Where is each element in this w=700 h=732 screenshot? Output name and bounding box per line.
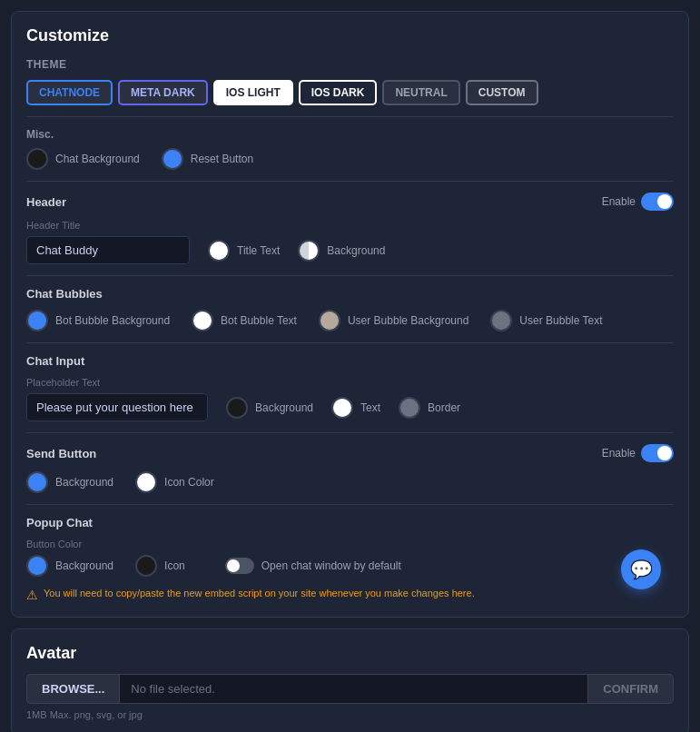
theme-btn-ios-light[interactable]: IOS LIGHT: [213, 80, 293, 105]
theme-btn-neutral[interactable]: NEUTRAL: [382, 80, 459, 105]
popup-bg-color[interactable]: [26, 555, 48, 577]
popup-bg-label: Background: [55, 559, 113, 572]
popup-chat-options-row: Background Icon Open chat window by defa…: [26, 555, 674, 577]
bot-bubble-bg-label: Bot Bubble Background: [55, 314, 170, 327]
open-chat-toggle[interactable]: [225, 558, 254, 574]
bot-bubble-text-color[interactable]: [192, 310, 213, 331]
header-label: Header: [26, 195, 66, 209]
placeholder-label: Placeholder Text: [26, 377, 674, 388]
user-bubble-text-swatch[interactable]: User Bubble Text: [490, 310, 602, 331]
chat-input-text-color[interactable]: [331, 397, 353, 419]
send-button-bg-color[interactable]: [26, 471, 48, 493]
theme-btn-chatnode[interactable]: CHATNODE: [26, 80, 113, 105]
user-bubble-text-label: User Bubble Text: [519, 314, 602, 327]
warning-text: You will need to copy/paste the new embe…: [44, 588, 475, 598]
title-text-swatch[interactable]: Title Text: [208, 240, 280, 262]
header-enable-toggle[interactable]: [641, 193, 674, 211]
misc-label: Misc.: [26, 128, 674, 141]
user-bubble-bg-swatch[interactable]: User Bubble Background: [319, 310, 468, 331]
title-text-color[interactable]: [208, 240, 230, 262]
theme-btn-meta-dark[interactable]: META DARK: [118, 80, 208, 105]
popup-icon-label: Icon: [164, 559, 185, 572]
header-background-color[interactable]: [298, 240, 320, 262]
chat-input-bg-swatch[interactable]: Background: [226, 397, 313, 419]
page-title: Customize: [26, 26, 674, 45]
header-background-label: Background: [327, 244, 385, 257]
popup-chat-label: Popup Chat: [26, 516, 674, 529]
send-button-icon-swatch[interactable]: Icon Color: [135, 471, 214, 493]
theme-btn-custom[interactable]: CUSTOM: [466, 80, 538, 105]
browse-button[interactable]: BROWSE...: [26, 674, 119, 704]
chat-background-label: Chat Background: [55, 153, 140, 165]
file-name-display: No file selected.: [119, 674, 587, 704]
bot-bubble-text-label: Bot Bubble Text: [221, 314, 297, 327]
chat-input-border-color[interactable]: [399, 397, 420, 419]
bot-bubble-bg-color[interactable]: [26, 310, 48, 331]
reset-button-label: Reset Button: [191, 153, 253, 165]
chat-input-bg-color[interactable]: [226, 397, 248, 419]
popup-chat-icon: 💬: [630, 559, 653, 580]
header-title-label: Header Title: [26, 220, 674, 231]
send-button-icon-label: Icon Color: [164, 476, 214, 489]
header-section-header: Header Enable: [26, 193, 674, 211]
chat-input-bg-label: Background: [255, 401, 313, 414]
confirm-button[interactable]: CONFIRM: [587, 674, 674, 704]
chat-background-swatch[interactable]: Chat Background: [26, 148, 140, 170]
theme-button-group: CHATNODE META DARK IOS LIGHT IOS DARK NE…: [26, 80, 674, 105]
send-button-enable-toggle[interactable]: [641, 444, 674, 462]
popup-bg-swatch[interactable]: Background: [26, 555, 113, 577]
user-bubble-text-color[interactable]: [490, 310, 512, 331]
reset-button-swatch[interactable]: Reset Button: [162, 148, 253, 170]
send-button-bg-swatch[interactable]: Background: [26, 471, 113, 493]
popup-chat-preview[interactable]: 💬: [621, 549, 661, 589]
send-button-bg-label: Background: [55, 476, 113, 489]
header-enable-row: Enable: [602, 193, 674, 211]
misc-color-row: Chat Background Reset Button: [26, 148, 674, 170]
header-title-input[interactable]: [26, 236, 190, 264]
send-button-section-header: Send Button Enable: [26, 444, 674, 462]
user-bubble-bg-label: User Bubble Background: [348, 314, 468, 327]
avatar-hint: 1MB Max. png, svg, or jpg: [26, 709, 674, 720]
popup-icon-swatch[interactable]: Icon: [135, 555, 185, 577]
chat-input-border-swatch[interactable]: Border: [399, 397, 460, 419]
chat-input-border-label: Border: [428, 401, 460, 414]
header-options-row: Title Text Background: [26, 236, 674, 264]
send-button-label: Send Button: [26, 447, 96, 460]
header-background-swatch[interactable]: Background: [298, 240, 385, 262]
chat-bubbles-label: Chat Bubbles: [26, 287, 674, 301]
send-button-enable-row: Enable: [602, 444, 674, 462]
customize-card: Customize Theme CHATNODE META DARK IOS L…: [11, 11, 689, 618]
header-enable-label: Enable: [602, 195, 636, 208]
warning-row: ⚠ You will need to copy/paste the new em…: [26, 588, 674, 602]
bot-bubble-text-swatch[interactable]: Bot Bubble Text: [192, 310, 297, 331]
popup-chat-section: Popup Chat Button Color Background Icon …: [26, 516, 674, 602]
theme-label: Theme: [26, 58, 674, 71]
chat-input-text-label: Text: [360, 401, 380, 414]
chat-bubbles-row: Bot Bubble Background Bot Bubble Text Us…: [26, 310, 674, 331]
open-chat-label: Open chat window by default: [261, 559, 401, 572]
warning-icon: ⚠: [26, 588, 38, 602]
file-input-row: BROWSE... No file selected. CONFIRM: [26, 674, 674, 704]
chat-input-label: Chat Input: [26, 354, 674, 368]
chat-background-color[interactable]: [26, 148, 48, 170]
send-button-icon-color[interactable]: [135, 471, 157, 493]
reset-button-color[interactable]: [162, 148, 183, 170]
placeholder-input[interactable]: [26, 393, 208, 421]
user-bubble-bg-color[interactable]: [319, 310, 340, 331]
theme-btn-ios-dark[interactable]: IOS DARK: [299, 80, 378, 105]
open-chat-row: Open chat window by default: [225, 558, 401, 574]
popup-icon-color[interactable]: [135, 555, 157, 577]
send-button-color-row: Background Icon Color: [26, 471, 674, 493]
avatar-title: Avatar: [26, 644, 674, 663]
title-text-label: Title Text: [237, 244, 280, 257]
avatar-card: Avatar BROWSE... No file selected. CONFI…: [11, 628, 689, 732]
send-button-enable-label: Enable: [602, 447, 636, 460]
bot-bubble-bg-swatch[interactable]: Bot Bubble Background: [26, 310, 170, 331]
chat-input-text-swatch[interactable]: Text: [331, 397, 380, 419]
button-color-label: Button Color: [26, 539, 674, 549]
chat-input-options-row: Background Text Border: [26, 393, 674, 421]
